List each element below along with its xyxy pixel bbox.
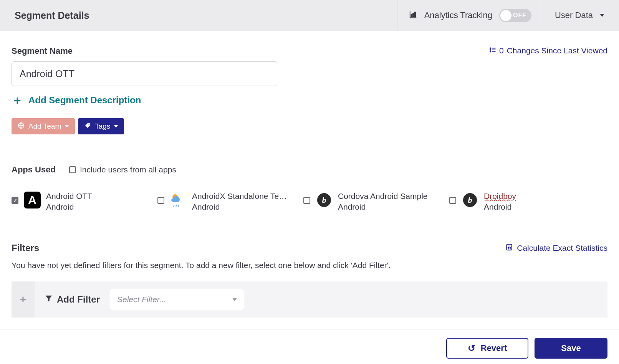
user-data-label: User Data — [555, 10, 593, 20]
app-icon: b — [316, 192, 333, 208]
changes-count: 0 — [499, 46, 504, 55]
tag-icon — [84, 122, 91, 131]
svg-line-13 — [178, 205, 179, 207]
app-platform: Android — [484, 202, 516, 212]
svg-text:b: b — [322, 195, 326, 205]
filter-select-placeholder: Select Filter... — [117, 295, 166, 304]
user-data-dropdown[interactable]: User Data — [543, 0, 604, 31]
svg-point-21 — [510, 247, 511, 248]
app-icon: b — [462, 192, 478, 208]
undo-icon: ↺ — [468, 343, 475, 354]
segment-name-section: Segment Name 0 Changes Since Last Viewed… — [0, 31, 619, 146]
filters-description: You have not yet defined filters for thi… — [12, 260, 607, 271]
svg-line-12 — [176, 205, 177, 207]
filter-bar: + Add Filter Select Filter... — [12, 281, 607, 318]
svg-point-3 — [490, 48, 491, 48]
funnel-icon — [45, 294, 53, 305]
footer: ↺ Revert Save — [0, 329, 619, 359]
include-all-label: Include users from all apps — [80, 165, 176, 174]
checkbox-icon — [12, 197, 18, 204]
toggle-knob — [500, 10, 511, 21]
app-item[interactable]: AndroidX Standalone Te… Android — [157, 192, 300, 212]
toggle-text: OFF — [513, 12, 526, 19]
app-item[interactable]: b Droidboy Android — [449, 192, 591, 212]
add-description-label: Add Segment Description — [28, 95, 141, 106]
chart-bar-icon — [409, 10, 417, 20]
svg-rect-1 — [413, 13, 414, 17]
revert-button[interactable]: ↺ Revert — [446, 338, 528, 359]
app-icon: A — [24, 192, 41, 208]
analytics-label: Analytics Tracking — [424, 10, 492, 20]
add-team-label: Add Team — [28, 122, 61, 131]
include-all-checkbox[interactable]: Include users from all apps — [69, 165, 176, 174]
app-platform: Android — [192, 202, 287, 212]
changes-link[interactable]: 0 Changes Since Last Viewed — [489, 46, 607, 55]
apps-title: Apps Used — [12, 165, 56, 175]
revert-label: Revert — [481, 343, 507, 353]
checkbox-icon — [303, 197, 310, 204]
svg-point-5 — [490, 49, 491, 50]
svg-line-11 — [174, 205, 174, 207]
list-icon — [489, 46, 496, 55]
svg-text:b: b — [468, 195, 472, 205]
app-name: Cordova Android Sample — [338, 192, 427, 201]
svg-point-7 — [490, 51, 491, 52]
svg-rect-18 — [507, 244, 512, 250]
app-name: Droidboy — [484, 192, 516, 201]
caret-down-icon — [65, 125, 69, 127]
caret-down-icon — [114, 125, 118, 127]
filter-select[interactable]: Select Filter... — [110, 289, 244, 310]
add-filter-plus-button[interactable]: + — [12, 281, 35, 318]
changes-text: Changes Since Last Viewed — [507, 46, 607, 55]
app-icon — [170, 192, 187, 208]
save-label: Save — [561, 343, 581, 353]
calculate-stats-link[interactable]: Calculate Exact Statistics — [505, 243, 607, 253]
app-item[interactable]: b Cordova Android Sample Android — [303, 192, 445, 212]
app-name: AndroidX Standalone Te… — [192, 192, 287, 201]
svg-point-22 — [508, 248, 509, 249]
apps-section: Apps Used Include users from all apps A … — [0, 146, 619, 227]
calculator-icon — [505, 243, 513, 253]
svg-point-23 — [510, 248, 511, 249]
segment-name-label: Segment Name — [12, 46, 277, 56]
analytics-toggle[interactable]: OFF — [499, 9, 531, 22]
tags-label: Tags — [95, 122, 110, 131]
tags-dropdown[interactable]: Tags — [78, 118, 124, 134]
filters-section: Filters Calculate Exact Statistics You h… — [0, 227, 619, 329]
plus-icon: ＋ — [12, 94, 23, 106]
topbar: Segment Details Analytics Tracking OFF U… — [0, 0, 619, 31]
app-name: Android OTT — [46, 192, 92, 201]
checkbox-icon — [157, 197, 164, 204]
svg-rect-2 — [414, 12, 415, 17]
save-button[interactable]: Save — [535, 338, 607, 359]
app-platform: Android — [46, 202, 92, 212]
checkbox-icon — [69, 166, 76, 173]
filters-title: Filters — [12, 243, 39, 253]
caret-down-icon — [232, 298, 237, 301]
segment-name-input[interactable] — [12, 61, 277, 86]
svg-point-20 — [508, 247, 509, 248]
checkbox-icon — [449, 197, 456, 204]
chevron-down-icon — [600, 14, 604, 17]
app-item[interactable]: A Android OTT Android — [12, 192, 154, 212]
globe-icon — [18, 122, 25, 131]
calculate-stats-label: Calculate Exact Statistics — [517, 243, 607, 253]
svg-rect-0 — [411, 15, 412, 17]
page-title: Segment Details — [15, 10, 89, 21]
add-description-button[interactable]: ＋ Add Segment Description — [12, 94, 141, 106]
app-platform: Android — [338, 202, 427, 212]
add-team-dropdown[interactable]: Add Team — [12, 118, 75, 134]
analytics-toggle-group: Analytics Tracking OFF — [397, 0, 543, 31]
add-filter-label: Add Filter — [45, 294, 100, 305]
